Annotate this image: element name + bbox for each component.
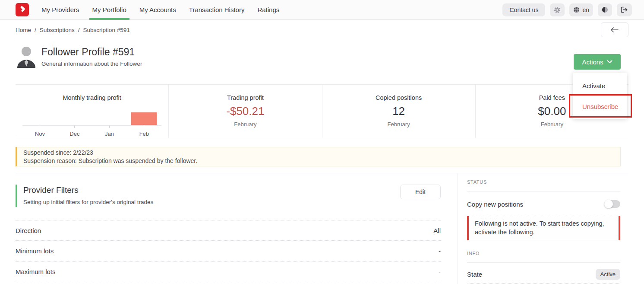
contrast-icon [602,6,608,13]
avatar [16,45,37,68]
copy-new-positions-row: Copy new positions [467,198,620,210]
filter-row-minimum-lots: Minimum lots - [16,241,441,262]
top-navigation-bar: My Providers My Portfolio My Accounts Tr… [0,0,644,20]
contact-us-button[interactable]: Contact us [502,3,545,16]
info-section-header: INFO [467,251,620,263]
stats-row: Monthly trading profit Nov Dec Jan Feb [16,84,628,138]
stat-value: -$50.21 [226,105,264,118]
stat-value: $0.00 [538,105,566,118]
menu-item-activate[interactable]: Activate [573,75,627,96]
gear-icon [554,6,561,13]
stat-monthly-trading-profit: Monthly trading profit Nov Dec Jan Feb [16,85,169,138]
status-sidebar: STATUS Copy new positions Following is n… [467,179,620,284]
stat-value: 12 [392,105,405,118]
suspension-since: Suspended since: 2/22/23 [23,149,614,157]
logout-icon [621,6,628,13]
actions-dropdown-menu: Activate Unsubscribe [573,73,627,119]
globe-icon [573,6,580,13]
nav-transaction-history[interactable]: Transaction History [186,0,248,19]
settings-button[interactable] [550,3,565,16]
toggle-knob [604,200,613,208]
page-title: Follower Profile #591 [41,46,142,58]
filter-row-maximum-lots: Maximum lots - [16,262,441,282]
theme-contrast-button[interactable] [598,3,612,16]
language-button[interactable]: en [569,3,593,16]
stat-period: February [541,121,563,128]
filter-value: All [433,227,441,234]
menu-item-unsubscribe[interactable]: Unsubscribe [573,96,627,117]
nav-ratings[interactable]: Ratings [254,0,282,19]
back-button[interactable] [601,22,628,37]
month-label-jan: Jan [92,131,127,137]
nav-my-providers[interactable]: My Providers [38,0,82,19]
stat-title: Trading profit [227,94,264,101]
arrow-left-icon [610,27,619,32]
filter-value: - [439,268,441,275]
breadcrumb-home[interactable]: Home [16,27,31,33]
breadcrumb-separator: / [35,27,36,33]
vertical-divider [458,173,458,284]
following-inactive-warning: Following is not active. To start trades… [467,216,620,240]
page-subtitle: General information about the Follower [41,61,142,67]
provider-filters-subtitle: Setting up initial filters for provider'… [23,199,153,205]
breadcrumb: Home / Subscriptions / Subscription #591 [16,27,130,33]
provider-filters-table: Direction All Minimum lots - Maximum lot… [16,220,441,282]
axis-tick [144,126,144,128]
provider-filters-title: Provider Filters [23,185,153,195]
main-nav: My Providers My Portfolio My Accounts Tr… [38,0,289,19]
month-label-feb: Feb [127,131,162,137]
chart-title: Monthly trading profit [63,94,121,101]
feb-profit-bar [131,112,157,125]
brand-logo-icon[interactable] [16,3,29,16]
filter-label: Maximum lots [16,268,56,275]
state-label: State [467,271,482,278]
filter-value: - [439,247,441,255]
page: My Providers My Portfolio My Accounts Tr… [0,0,644,284]
profile-header: Follower Profile #591 General informatio… [16,45,142,68]
stat-trading-profit: Trading profit -$50.21 February [169,85,322,138]
breadcrumb-row: Home / Subscriptions / Subscription #591 [16,20,628,40]
breadcrumb-current: Subscription #591 [83,27,130,33]
nav-my-accounts[interactable]: My Accounts [136,0,179,19]
section-divider [16,173,628,173]
chevron-down-icon [607,60,612,64]
suspension-reason: Suspension reason: Subscription was susp… [23,157,614,165]
filter-row-direction: Direction All [16,220,441,241]
actions-button-label: Actions [582,58,603,66]
filter-label: Direction [16,227,41,234]
breadcrumb-subscriptions[interactable]: Subscriptions [40,27,75,33]
nav-my-portfolio[interactable]: My Portfolio [89,0,129,19]
copy-new-positions-toggle[interactable] [604,200,620,208]
status-section-header: STATUS [467,179,620,191]
stat-copied-positions: Copied positions 12 February [322,85,476,138]
state-row: State Active [467,268,620,284]
suspension-warning-banner: Suspended since: 2/22/23 Suspension reas… [16,147,621,166]
actions-button[interactable]: Actions [574,54,621,70]
provider-filters-header: Provider Filters Setting up initial filt… [16,185,441,207]
filter-label: Minimum lots [16,247,54,255]
edit-button[interactable]: Edit [400,185,441,199]
copy-new-positions-label: Copy new positions [467,201,523,208]
state-active-badge: Active [596,269,620,280]
month-label-dec: Dec [57,131,92,137]
stat-period: February [234,121,256,128]
chart-month-labels: Nov Dec Jan Feb [22,131,161,137]
axis-tick [109,126,110,128]
breadcrumb-separator: / [78,27,80,33]
stat-title: Copied positions [376,94,422,101]
language-label: en [582,6,589,13]
stat-period: February [388,121,410,128]
logout-button[interactable] [617,3,632,16]
axis-tick [74,126,75,128]
monthly-profit-chart: Nov Dec Jan Feb [22,102,161,137]
axis-tick [40,126,40,128]
stat-title: Paid fees [539,94,565,101]
month-label-nov: Nov [22,131,57,137]
